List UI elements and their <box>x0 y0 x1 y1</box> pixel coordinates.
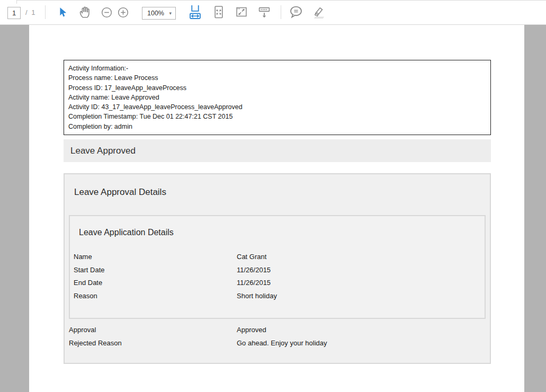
activity-info-line: Process name: Leave Process <box>68 73 486 83</box>
toolbar-collapse-icon <box>257 6 271 20</box>
field-value: Approved <box>237 326 266 334</box>
toolbar-separator <box>281 5 281 19</box>
pdf-viewer: / 1 <box>0 0 546 392</box>
field-label: Name <box>74 253 237 261</box>
zoom-level-select[interactable]: 100% ▾ <box>142 7 176 20</box>
field-row-name: Name Cat Grant <box>74 250 481 263</box>
document-header-bar: Leave Approved <box>64 139 491 162</box>
activity-info-line: Process ID: 17_leaveApp_leaveProcess <box>68 83 486 93</box>
field-value: Go ahead. Enjoy your holiday <box>237 339 327 347</box>
select-cursor-icon <box>57 6 68 20</box>
fit-width-icon <box>189 5 202 21</box>
activity-info-line: Activity ID: 43_17_leaveApp_leaveProcess… <box>68 102 486 112</box>
highlighter-icon <box>310 5 327 22</box>
frame-top-corner <box>16 0 17 4</box>
hide-toolbar-button[interactable] <box>257 6 271 20</box>
application-panel-title: Leave Application Details <box>79 228 174 237</box>
zoom-out-button[interactable] <box>100 7 113 20</box>
approval-panel-title: Leave Approval Details <box>74 187 166 198</box>
activity-info-line: Completion Timestamp: Tue Dec 01 22:47:2… <box>68 112 486 121</box>
fullscreen-button[interactable] <box>235 6 248 19</box>
comment-tool-button[interactable] <box>289 6 303 20</box>
application-fields: Name Cat Grant Start Date 11/26/2015 End… <box>74 250 481 302</box>
fit-page-button[interactable] <box>212 6 225 20</box>
frame-top-line <box>16 0 546 1</box>
fullscreen-icon <box>235 6 248 20</box>
field-row-approval: Approval Approved <box>69 323 486 336</box>
toolbar-separator <box>45 5 46 19</box>
leave-application-details-panel: Leave Application Details Name Cat Grant… <box>69 215 486 319</box>
hand-tool-button[interactable] <box>77 6 92 20</box>
comment-bubble-icon <box>289 5 303 21</box>
activity-information-box: Activity Information:- Process name: Lea… <box>64 60 491 135</box>
pdf-toolbar: / 1 <box>0 0 546 25</box>
field-value: 11/26/2015 <box>237 279 271 287</box>
fit-width-button[interactable] <box>188 5 202 20</box>
select-tool-button[interactable] <box>56 6 69 19</box>
activity-info-line: Activity Information:- <box>68 64 486 73</box>
page-count-label: / 1 <box>25 8 36 16</box>
field-label: Rejected Reason <box>69 339 237 347</box>
chevron-down-icon: ▾ <box>169 11 172 16</box>
zoom-out-icon <box>101 6 113 20</box>
document-header-title: Leave Approved <box>70 146 136 156</box>
field-label: End Date <box>74 279 237 287</box>
zoom-in-icon <box>117 6 129 20</box>
field-value: 11/26/2015 <box>237 266 271 274</box>
activity-info-line: Completion by: admin <box>68 122 486 131</box>
hand-pan-icon <box>78 5 92 21</box>
zoom-in-button[interactable] <box>117 7 129 20</box>
leave-approval-details-panel: Leave Approval Details Leave Application… <box>64 173 491 364</box>
zoom-level-value: 100% <box>147 10 164 17</box>
activity-info-line: Activity name: Leave Approved <box>68 93 486 102</box>
page-number-input[interactable] <box>7 7 21 19</box>
pdf-page: Activity Information:- Process name: Lea… <box>29 24 524 392</box>
field-row-rejected-reason: Rejected Reason Go ahead. Enjoy your hol… <box>69 336 486 350</box>
field-label: Reason <box>74 292 237 300</box>
field-row-start-date: Start Date 11/26/2015 <box>74 263 481 277</box>
approval-fields: Approval Approved Rejected Reason Go ahe… <box>69 323 486 349</box>
highlight-tool-button[interactable] <box>310 6 327 21</box>
field-value: Short holiday <box>237 292 277 300</box>
field-label: Start Date <box>74 266 237 274</box>
fit-page-icon <box>212 5 225 21</box>
document-canvas[interactable]: Activity Information:- Process name: Lea… <box>0 24 546 392</box>
field-row-reason: Reason Short holiday <box>74 289 481 302</box>
field-value: Cat Grant <box>237 253 266 261</box>
field-label: Approval <box>69 326 237 334</box>
field-row-end-date: End Date 11/26/2015 <box>74 276 481 289</box>
